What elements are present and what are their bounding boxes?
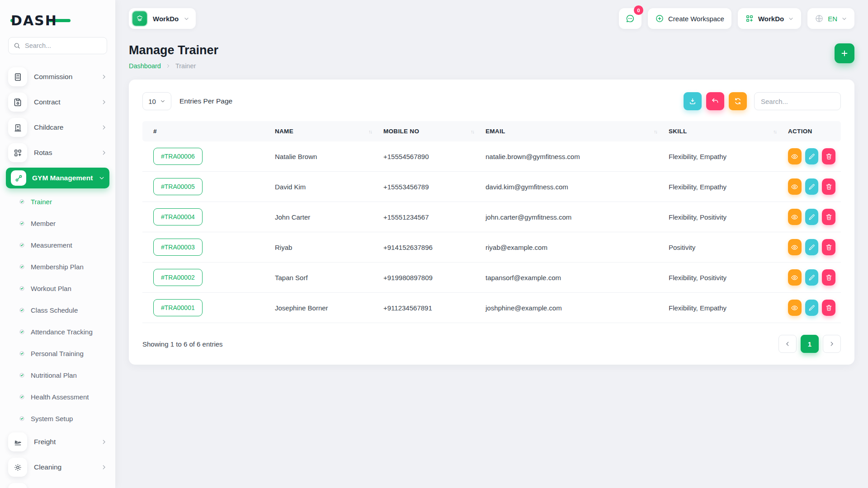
trainer-email-cell: tapansorf@example.com: [480, 263, 663, 293]
sidebar-subitem-attendance-tracking[interactable]: Attendance Tracking: [0, 321, 115, 343]
trainer-id-badge[interactable]: #TRA00001: [153, 299, 203, 316]
edit-button[interactable]: [805, 239, 819, 255]
chevron-right-icon: [101, 150, 107, 156]
view-button[interactable]: [788, 209, 802, 225]
app-menu-button[interactable]: WorkDo: [738, 8, 801, 29]
add-trainer-button[interactable]: [835, 43, 854, 63]
workspace-switcher[interactable]: WorkDo: [129, 8, 196, 29]
column-header-label: EMAIL: [486, 128, 505, 135]
view-button[interactable]: [788, 239, 802, 255]
pencil-icon: [808, 274, 816, 282]
pencil-icon: [808, 213, 816, 221]
childcare-icon: [8, 118, 27, 137]
delete-button[interactable]: [822, 209, 835, 225]
sort-icon[interactable]: ↑↓: [368, 129, 372, 134]
dash-logo[interactable]: DASH: [11, 12, 104, 29]
chevron-right-icon: [829, 341, 835, 347]
sidebar-item-label: Freight: [34, 438, 94, 446]
view-button[interactable]: [788, 148, 802, 164]
export-button[interactable]: [684, 92, 702, 110]
sidebar-item-cleaning[interactable]: Cleaning: [0, 455, 115, 480]
language-selector[interactable]: EN: [807, 8, 854, 29]
prev-page-button[interactable]: [778, 335, 797, 353]
sidebar-subitem-health-assessment[interactable]: Health Assessment: [0, 386, 115, 408]
sidebar-item-freight[interactable]: Freight: [0, 429, 115, 455]
sidebar-item-contract[interactable]: Contract: [0, 89, 115, 115]
sidebar-item-rotas[interactable]: Rotas: [0, 140, 115, 165]
edit-button[interactable]: [805, 178, 819, 195]
column-header-mobile-no[interactable]: MOBILE NO ↑↓: [378, 121, 480, 141]
sidebar-search-input[interactable]: [8, 37, 107, 54]
delete-button[interactable]: [822, 178, 835, 195]
sidebar-item-label: Contract: [34, 98, 94, 106]
pencil-icon: [808, 304, 816, 312]
trainer-id-badge[interactable]: #TRA00004: [153, 208, 203, 225]
circle-check-icon: [19, 264, 25, 270]
sidebar-item-commission[interactable]: Commission: [0, 64, 115, 89]
trainer-id-cell: #TRA00002: [142, 263, 269, 293]
breadcrumb-current: Trainer: [175, 62, 196, 70]
sidebar-item-childcare[interactable]: Childcare: [0, 115, 115, 140]
edit-button[interactable]: [805, 300, 819, 316]
delete-button[interactable]: [822, 239, 835, 255]
sidebar-item-label: Childcare: [34, 123, 94, 131]
column-header-label: MOBILE NO: [383, 128, 419, 135]
delete-button[interactable]: [822, 148, 835, 164]
delete-button[interactable]: [822, 300, 835, 316]
sidebar-subitem-system-setup[interactable]: System Setup: [0, 408, 115, 429]
sidebar-subitem-member[interactable]: Member: [0, 212, 115, 234]
cleaning-icon: [8, 458, 27, 477]
table-row: #TRA00005 David Kim +15553456789 david.k…: [142, 172, 841, 202]
edit-button[interactable]: [805, 209, 819, 225]
sidebar-subitem-workout-plan[interactable]: Workout Plan: [0, 277, 115, 299]
breadcrumb: Dashboard Trainer: [129, 62, 218, 70]
entries-per-page-select[interactable]: 10: [142, 92, 171, 110]
column-header-name[interactable]: NAME ↑↓: [269, 121, 378, 141]
sidebar-subitem-class-schedule[interactable]: Class Schedule: [0, 299, 115, 321]
trainer-id-badge[interactable]: #TRA00005: [153, 178, 203, 195]
view-button[interactable]: [788, 178, 802, 195]
chevron-down-icon: [99, 175, 105, 181]
chat-icon: [625, 14, 635, 23]
sort-icon[interactable]: ↑↓: [654, 129, 657, 134]
chevron-right-icon: [165, 63, 171, 69]
column-header-skill[interactable]: SKILL ↑↓: [663, 121, 783, 141]
breadcrumb-dashboard-link[interactable]: Dashboard: [129, 62, 161, 70]
trainer-skill-cell: Flexibility, Empathy: [663, 293, 783, 323]
delete-button[interactable]: [822, 269, 835, 286]
trainer-id-badge[interactable]: #TRA00006: [153, 148, 203, 165]
column-header-label: #: [153, 128, 157, 135]
undo-button[interactable]: [706, 92, 724, 110]
column-header-email[interactable]: EMAIL ↑↓: [480, 121, 663, 141]
chevron-down-icon: [160, 99, 165, 104]
trainer-id-badge[interactable]: #TRA00002: [153, 269, 203, 286]
table-row: #TRA00003 Riyab +914152637896 riyab@exam…: [142, 232, 841, 263]
create-workspace-button[interactable]: Create Workspace: [648, 8, 731, 29]
messages-button[interactable]: 0: [619, 8, 642, 29]
view-button[interactable]: [788, 269, 802, 286]
sidebar-subitem-membership-plan[interactable]: Membership Plan: [0, 256, 115, 277]
sidebar-subitem-measurement[interactable]: Measurement: [0, 234, 115, 256]
sidebar-item-more[interactable]: [0, 480, 115, 488]
sidebar-item-gym-management[interactable]: GYM Management: [6, 168, 109, 188]
trainer-id-badge[interactable]: #TRA00003: [153, 239, 203, 256]
sidebar-subitem-nutritional-plan[interactable]: Nutritional Plan: [0, 364, 115, 386]
sidebar-subitem-trainer[interactable]: Trainer: [0, 191, 115, 212]
view-button[interactable]: [788, 300, 802, 316]
column-header-label: ACTION: [788, 128, 812, 135]
refresh-button[interactable]: [729, 92, 747, 110]
next-page-button[interactable]: [823, 335, 841, 353]
logo-text: DASH: [11, 13, 57, 28]
page-number-button[interactable]: 1: [801, 335, 819, 353]
edit-button[interactable]: [805, 269, 819, 286]
edit-button[interactable]: [805, 148, 819, 164]
sort-icon[interactable]: ↑↓: [471, 129, 474, 134]
eye-icon: [791, 183, 798, 191]
sidebar-subitem-personal-training[interactable]: Personal Training: [0, 343, 115, 364]
sort-icon[interactable]: ↑↓: [773, 129, 776, 134]
eye-icon: [791, 153, 798, 160]
table-search-input[interactable]: [754, 92, 841, 110]
trainer-mobile-cell: +15553456789: [378, 172, 480, 202]
circle-check-icon: [19, 372, 25, 378]
trainer-actions-cell: [783, 293, 841, 323]
